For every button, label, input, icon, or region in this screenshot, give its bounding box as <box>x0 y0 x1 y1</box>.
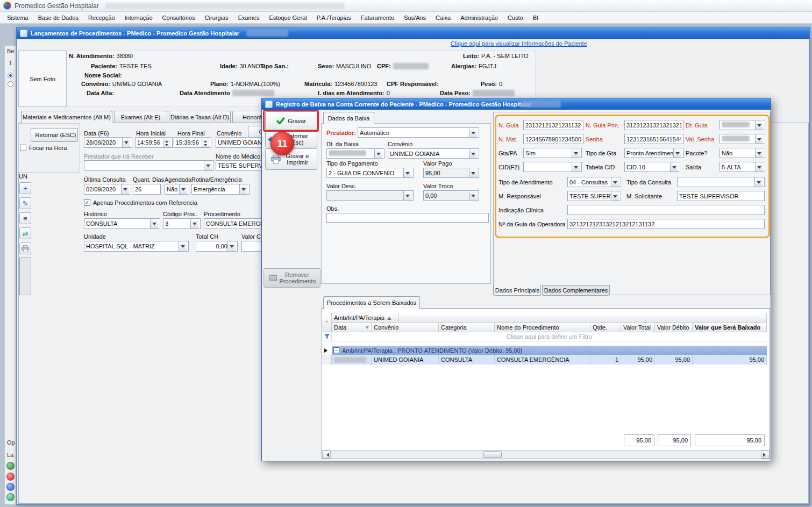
menu-item-administracao[interactable]: Administração <box>455 13 503 23</box>
patient-info-link[interactable]: Clique aqui para visualizar Informações … <box>451 40 587 47</box>
chevron-down-icon[interactable] <box>374 149 382 158</box>
codigo-proc-dropdown[interactable]: 3 <box>163 218 201 229</box>
menu-item-cirurgias[interactable]: Cirurgias <box>200 13 233 23</box>
chevron-down-icon[interactable] <box>150 219 158 228</box>
add-icon[interactable]: + <box>19 182 31 194</box>
chevron-down-icon[interactable] <box>670 162 678 172</box>
menu-item-consultorios[interactable]: Consultórios <box>158 13 200 23</box>
radio-option-1[interactable] <box>8 73 13 78</box>
remover-procedimento-button[interactable]: Remover Procedimento <box>263 268 320 288</box>
quant-dias-field[interactable]: 26 <box>133 184 161 195</box>
col-header-valor-total[interactable]: Valor Total <box>621 323 655 332</box>
tab-exames[interactable]: Exames (Alt E) <box>114 111 167 123</box>
col-header-procedimento[interactable]: Nome do Procedimento <box>495 323 590 332</box>
chevron-down-icon[interactable] <box>179 184 187 194</box>
chevron-down-icon[interactable] <box>755 120 763 130</box>
convenio-baixa-dropdown[interactable]: UNIMED GOIANIA <box>388 148 479 159</box>
checkbox-unchecked[interactable] <box>20 145 26 151</box>
group-row[interactable]: −Amb/Int/PA/Terapia : PRONTO ATENDIMENTO… <box>332 346 767 355</box>
filter-dropdown-icon[interactable] <box>366 326 369 331</box>
tab-dados-da-baixa[interactable]: Dados da Baixa <box>323 112 374 124</box>
col-header-valor-debito[interactable]: Valor Débito <box>655 323 693 332</box>
obs-field[interactable] <box>326 213 489 223</box>
m-solicitante-field[interactable]: TESTE SUPERVISOR <box>677 191 765 201</box>
rotina-emergencia-dropdown[interactable]: Emergência <box>191 184 250 195</box>
chevron-down-icon[interactable] <box>403 168 411 177</box>
spinner-buttons-icon[interactable] <box>163 138 170 147</box>
saida-dropdown[interactable]: 5-ALTA <box>720 162 765 172</box>
collapse-icon[interactable]: − <box>333 347 339 353</box>
prestador-receber-dropdown[interactable] <box>84 160 214 171</box>
menu-item-sistema[interactable]: Sistema <box>2 13 33 23</box>
dock-icon-green[interactable] <box>6 462 15 470</box>
menu-item-pa-terapias[interactable]: P.A./Terapias <box>312 13 356 23</box>
n-guia-prin-field[interactable]: 31231231321321321 <box>624 120 683 130</box>
retornar-esc-button[interactable]: Retornar (ESC) <box>31 128 78 142</box>
total-ch-field[interactable]: 0,00 <box>196 241 238 252</box>
checkbox-checked-icon[interactable]: ✓ <box>84 199 90 206</box>
cid-f2-dropdown[interactable] <box>523 162 582 172</box>
dock-icon-teal[interactable] <box>6 493 15 501</box>
filter-icon-cell[interactable] <box>322 332 332 341</box>
menu-item-internacao[interactable]: Internação <box>120 13 158 23</box>
chevron-down-icon[interactable] <box>122 138 130 147</box>
unidade-dropdown[interactable]: HOSPITAL SQL - MATRIZ <box>84 241 189 252</box>
historico-dropdown[interactable]: CONSULTA <box>84 218 160 229</box>
menu-item-estoque-geral[interactable]: Estoque Geral <box>264 13 311 23</box>
menu-item-faturamento[interactable]: Faturamento <box>356 13 399 23</box>
tab-dados-complementares[interactable]: Dados Complementares <box>542 285 610 296</box>
chevron-down-icon[interactable] <box>403 191 411 200</box>
chevron-down-icon[interactable] <box>754 177 763 187</box>
m-responsavel-dropdown[interactable]: TESTE SUPERVISOR <box>567 191 621 201</box>
col-header-data[interactable]: Data <box>332 323 372 332</box>
chevron-down-icon[interactable] <box>239 184 247 194</box>
tab-dados-principais[interactable]: Dados Principais <box>494 285 541 296</box>
ultima-consulta-dropdown[interactable]: 02/09/2020 <box>84 184 131 195</box>
n-mat-field[interactable]: 12345678901234500 <box>523 134 583 144</box>
dt-guia-dropdown[interactable] <box>720 120 765 130</box>
dt-baixa-dropdown[interactable] <box>326 148 384 159</box>
val-senha-dropdown[interactable] <box>720 134 765 144</box>
data-f6-dropdown[interactable]: 28/09/2020 <box>84 137 132 148</box>
chevron-down-icon[interactable] <box>469 191 477 200</box>
chevron-down-icon[interactable] <box>190 219 198 228</box>
pacote-dropdown[interactable]: Não <box>720 148 765 158</box>
dock-icon-blue[interactable] <box>6 483 15 491</box>
chevron-down-icon[interactable] <box>469 149 477 158</box>
menu-item-sus-ans[interactable]: Sus/Ans <box>399 13 431 23</box>
dialog-titlebar[interactable]: Registro de Baixa na Conta Corrente do P… <box>262 98 771 110</box>
list-icon[interactable]: ≡ <box>19 212 31 224</box>
tipo-pagamento-dropdown[interactable]: 2 - GUIA DE CONVENIO <box>326 168 414 178</box>
scroll-right-button[interactable] <box>761 451 770 459</box>
valor-troco-field[interactable]: 0,00 <box>423 190 479 201</box>
filter-row[interactable]: Clique aqui para definir um Filtro <box>332 332 767 341</box>
apenas-procedimentos-checkbox[interactable]: ✓Apenas Procedimentos com Referencia <box>84 199 197 206</box>
grid-band-header[interactable]: Amb/Int/PA/Terapia <box>332 313 399 323</box>
chevron-down-icon[interactable] <box>755 162 763 172</box>
scroll-left-button[interactable] <box>322 451 331 459</box>
chevron-down-icon[interactable] <box>469 128 477 137</box>
radio-option-2[interactable] <box>8 81 13 87</box>
gravar-imprimir-button[interactable]: Gravar e Imprimir <box>265 148 317 170</box>
chevron-down-icon[interactable] <box>572 148 580 158</box>
chevron-down-icon[interactable] <box>755 134 763 144</box>
tipo-atendimento-dropdown[interactable]: 04 - Consultas <box>567 177 621 187</box>
col-header-valor-baixado[interactable]: Valor que Será Baixado <box>693 323 767 332</box>
chevron-down-icon[interactable] <box>572 162 580 172</box>
chevron-down-icon[interactable] <box>227 241 236 251</box>
gravar-button[interactable]: Gravar <box>265 111 317 130</box>
chevron-down-icon[interactable] <box>611 177 619 187</box>
chevron-down-icon[interactable] <box>204 161 212 170</box>
menu-item-caixa[interactable]: Caixa <box>431 13 455 23</box>
print-icon[interactable] <box>19 242 31 254</box>
spinner-buttons-icon[interactable] <box>202 138 209 147</box>
tabela-cid-dropdown[interactable]: CID-10 <box>624 162 680 172</box>
tab-materiais-medicamentos[interactable]: Materiais e Medicamentos (Alt M) <box>21 111 112 123</box>
chevron-down-icon[interactable] <box>611 191 619 201</box>
chevron-down-icon[interactable] <box>121 184 129 194</box>
window-titlebar[interactable]: Lançamentos de Procedimentos - PMedico -… <box>17 27 809 39</box>
menu-item-bi[interactable]: BI <box>528 13 543 23</box>
chevron-down-icon[interactable] <box>755 148 763 158</box>
col-header-convenio[interactable]: Convênio <box>372 323 439 332</box>
tab-procedimentos-baixados[interactable]: Procedimentos a Serem Baixados <box>323 296 420 309</box>
